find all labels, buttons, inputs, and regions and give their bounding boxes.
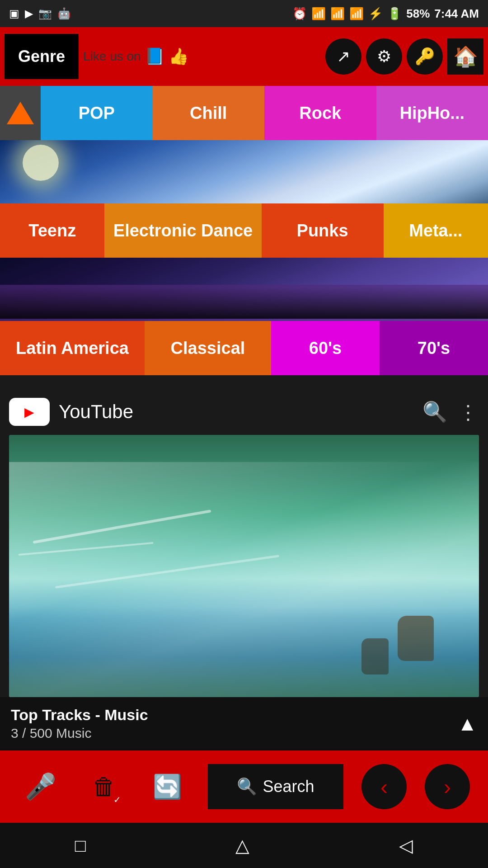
youtube-section: ▶ YouTube 🔍 ⋮: [0, 389, 488, 697]
track-info: Top Tracks - Music 3 / 500 Music ▲: [0, 697, 488, 750]
track-expand-button[interactable]: ▲: [457, 712, 477, 735]
genre-image-1: [0, 140, 488, 203]
share-button[interactable]: ↗: [325, 38, 361, 75]
genre-latin[interactable]: Latin America: [0, 321, 145, 375]
track-details: Top Tracks - Music 3 / 500 Music: [11, 706, 148, 741]
genre-chill[interactable]: Chill: [153, 86, 265, 140]
like-us-text: Like us on: [83, 49, 141, 64]
search-label: Search: [263, 777, 314, 796]
android-back-button[interactable]: ◁: [399, 835, 413, 856]
gallery-icon: ▣: [9, 7, 19, 20]
settings-button[interactable]: ⚙: [366, 38, 402, 75]
genre-electronic[interactable]: Electronic Dance: [104, 203, 261, 258]
next-button[interactable]: ›: [425, 764, 470, 809]
bottom-bar: 🎤 🗑 ✓ 🔄 🔍 Search ‹ ›: [0, 750, 488, 823]
youtube-header: ▶ YouTube 🔍 ⋮: [9, 398, 479, 426]
next-icon: ›: [444, 774, 451, 799]
genre-metal[interactable]: Meta...: [384, 203, 488, 258]
like-us-section: Like us on 📘 👍: [83, 47, 321, 66]
search-button[interactable]: 🔍 Search: [208, 764, 343, 809]
genre-prev-arrow[interactable]: [0, 86, 41, 140]
genre-70s[interactable]: 70's: [380, 321, 488, 375]
header: Genre Like us on 📘 👍 ↗ ⚙ 🔑 🏠: [0, 27, 488, 86]
android-nav: □ △ ◁: [0, 823, 488, 868]
genre-row2: Teenz Electronic Dance Punks Meta...: [0, 203, 488, 258]
key-button[interactable]: 🔑: [407, 38, 443, 75]
youtube-menu-icon[interactable]: ⋮: [458, 401, 479, 424]
prev-icon: ‹: [380, 774, 388, 799]
battery-percent: 58%: [406, 7, 430, 21]
genre-punks[interactable]: Punks: [262, 203, 384, 258]
genre-rock[interactable]: Rock: [264, 86, 376, 140]
battery-charging-icon: ⚡: [368, 7, 383, 21]
youtube-actions: 🔍 ⋮: [422, 400, 479, 424]
signal-icon2: 📶: [349, 7, 364, 21]
video-thumbnail[interactable]: [9, 435, 479, 697]
youtube-title: YouTube: [59, 401, 133, 423]
home-button[interactable]: 🏠: [447, 38, 483, 75]
genre-pop[interactable]: POP: [41, 86, 153, 140]
microphone-button[interactable]: 🎤: [18, 764, 63, 809]
signal-icon: 📶: [330, 7, 345, 21]
facebook-icon: 📘: [145, 47, 165, 66]
video-icon: 📷: [38, 7, 52, 20]
separator: [0, 375, 488, 389]
wifi-icon: 📶: [311, 7, 326, 21]
genre-classical[interactable]: Classical: [145, 321, 271, 375]
status-bar: ▣ ▶ 📷 🤖 ⏰ 📶 📶 📶 ⚡ 🔋 58% 7:44 AM: [0, 0, 488, 27]
microphone-icon: 🎤: [25, 772, 56, 802]
youtube-search-icon[interactable]: 🔍: [422, 400, 447, 424]
track-count: 3 / 500 Music: [11, 726, 148, 741]
android-icon: 🤖: [57, 7, 71, 20]
search-icon: 🔍: [237, 777, 257, 796]
wave-overlay: [9, 607, 479, 697]
android-recents-button[interactable]: □: [75, 835, 86, 856]
sync-button[interactable]: 🔄: [145, 764, 190, 809]
track-title: Top Tracks - Music: [11, 706, 148, 724]
thumbs-up-icon: 👍: [169, 47, 189, 66]
youtube-brand: ▶ YouTube: [9, 398, 133, 426]
genre-teenz[interactable]: Teenz: [0, 203, 104, 258]
sync-icon: 🔄: [153, 773, 182, 801]
genre-row1: POP Chill Rock HipHo...: [0, 86, 488, 140]
alarm-icon: ⏰: [292, 7, 307, 21]
genre-hiphop[interactable]: HipHo...: [376, 86, 488, 140]
delete-badge: ✓: [110, 793, 124, 807]
android-home-button[interactable]: △: [235, 835, 249, 856]
youtube-icon: ▶: [25, 7, 33, 20]
genre-60s[interactable]: 60's: [271, 321, 380, 375]
genre-button[interactable]: Genre: [5, 34, 79, 79]
genre-row3: Latin America Classical 60's 70's: [0, 321, 488, 375]
clock: 7:44 AM: [434, 7, 479, 21]
genre-image-2: [0, 258, 488, 321]
header-icons: ↗ ⚙ 🔑 🏠: [325, 38, 483, 75]
youtube-logo: ▶: [9, 398, 50, 426]
delete-button[interactable]: 🗑 ✓: [81, 764, 127, 809]
battery-icon: 🔋: [387, 7, 402, 21]
prev-button[interactable]: ‹: [361, 764, 407, 809]
